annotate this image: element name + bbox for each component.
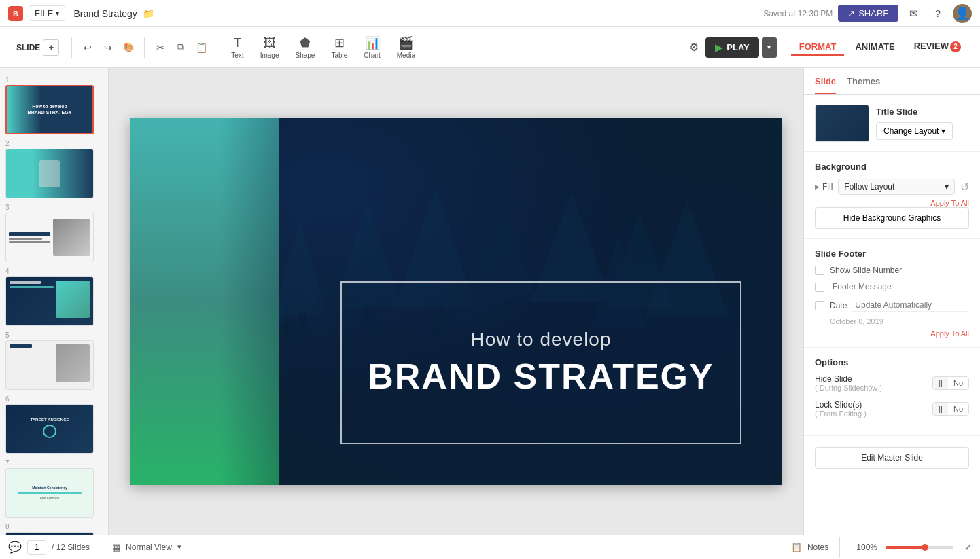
zoom-expand-icon[interactable]: ⤢: [964, 542, 972, 552]
current-page-input[interactable]: [27, 540, 46, 555]
slide-item-1[interactable]: 1 How to developBRAND STRATEGY: [0, 73, 108, 137]
fill-dropdown-arrow: ▾: [945, 182, 949, 192]
slide-panel: 1 How to developBRAND STRATEGY 2 3: [0, 68, 109, 535]
slide-item-7[interactable]: 7 Maintain Consistency Add Emotion: [0, 456, 108, 520]
format-paint-button[interactable]: 🎨: [120, 39, 137, 56]
help-button[interactable]: ?: [928, 4, 947, 23]
media-tool-button[interactable]: 🎬 Media: [390, 33, 422, 62]
zoom-slider-thumb[interactable]: [922, 544, 928, 551]
fill-dropdown[interactable]: Follow Layout ▾: [838, 179, 955, 195]
slide-item-3[interactable]: 3: [0, 201, 108, 265]
slide-canvas[interactable]: How to develop BRAND STRATEGY: [130, 118, 782, 485]
chart-label: Chart: [364, 52, 380, 59]
slide-item-2[interactable]: 2: [0, 137, 108, 201]
image-label: Image: [260, 52, 279, 59]
tab-animate[interactable]: ANIMATE: [847, 39, 903, 56]
footer-message-input[interactable]: [830, 281, 969, 293]
slide-button[interactable]: SLIDE +: [11, 37, 65, 58]
thumb-phone-icon: [39, 160, 60, 187]
date-update-input[interactable]: [852, 299, 969, 312]
canvas-area: How to develop BRAND STRATEGY: [109, 68, 803, 535]
layout-info: Title Slide Change Layout ▾: [876, 107, 953, 140]
play-button[interactable]: ▶ PLAY: [705, 37, 758, 58]
thumb-img-4: [56, 281, 90, 318]
slide-item-6[interactable]: 6 TARGET AUDIENCE: [0, 393, 108, 456]
hide-slide-pause-button[interactable]: ||: [933, 377, 948, 389]
thumb-circle-6: [43, 425, 56, 438]
slide-thumb-5: [5, 340, 94, 390]
copy-button[interactable]: ⧉: [172, 39, 190, 56]
slide-subtitle: How to develop: [470, 329, 611, 350]
tab-review[interactable]: REVIEW2: [906, 38, 969, 56]
show-slide-number-checkbox[interactable]: [815, 266, 824, 275]
share-label: SHARE: [858, 8, 889, 18]
hide-slide-sublabel: ( During Slideshow ): [815, 384, 882, 392]
redo-button[interactable]: ↪: [99, 39, 117, 56]
paste-button[interactable]: 📋: [192, 39, 210, 56]
slide-thumb-text-1: How to developBRAND STRATEGY: [28, 104, 72, 115]
slide-label: SLIDE: [16, 43, 40, 52]
change-layout-button[interactable]: Change Layout ▾: [876, 122, 953, 140]
chat-button[interactable]: 💬: [8, 541, 22, 554]
chart-tool-button[interactable]: 📊 Chart: [357, 33, 387, 62]
share-button[interactable]: ↗ SHARE: [838, 5, 898, 22]
hide-slide-no-button[interactable]: No: [948, 377, 968, 389]
thumb-line-2: [9, 238, 42, 240]
slide-title-box[interactable]: How to develop BRAND STRATEGY: [340, 281, 741, 444]
user-avatar[interactable]: 👤: [953, 4, 972, 23]
image-tool-button[interactable]: 🖼 Image: [253, 33, 286, 62]
slide-number-6: 6: [5, 395, 103, 403]
settings-icon[interactable]: ⚙: [689, 41, 699, 54]
file-menu[interactable]: FILE ▾: [29, 5, 65, 21]
date-checkbox[interactable]: [815, 301, 824, 310]
fill-reset-button[interactable]: ↺: [960, 181, 969, 194]
apply-to-all-link[interactable]: Apply To All: [815, 199, 969, 207]
slide-item-4[interactable]: 4: [0, 265, 108, 329]
footer-message-checkbox[interactable]: [815, 283, 824, 292]
thumb-line: [9, 232, 50, 236]
tab-themes[interactable]: Themes: [847, 76, 880, 94]
zoom-slider-container: [886, 546, 953, 549]
play-arrow-icon: ▶: [715, 42, 722, 53]
edit-master-slide-button[interactable]: Edit Master Slide: [815, 447, 969, 469]
options-section: Options Hide Slide ( During Slideshow ) …: [804, 348, 980, 436]
hide-background-graphics-button[interactable]: Hide Background Graphics: [815, 207, 969, 229]
slide-thumb-4: [5, 276, 94, 326]
table-label: Table: [331, 52, 347, 59]
background-section: Background ▶ Fill Follow Layout ▾ ↺ Appl…: [804, 152, 980, 239]
lock-slide-pause-button[interactable]: ||: [933, 403, 948, 415]
slide-number-4: 4: [5, 268, 103, 275]
slide-item-8[interactable]: 8 BE TRUE TO YOUR BRAND: [0, 520, 108, 535]
view-dropdown-arrow[interactable]: ▾: [177, 543, 181, 552]
slide-thumb-1: How to developBRAND STRATEGY: [5, 85, 94, 134]
tab-format[interactable]: FORMAT: [791, 39, 845, 56]
thumb-line-3: [9, 241, 50, 243]
lock-slide-no-button[interactable]: No: [948, 403, 968, 415]
hide-slide-labels: Hide Slide ( During Slideshow ): [815, 374, 882, 392]
notifications-button[interactable]: ✉: [904, 4, 923, 23]
background-title: Background: [815, 162, 969, 172]
panel-resize-handle[interactable]: [217, 68, 221, 535]
folder-icon: 📁: [143, 8, 154, 19]
slide-item-5[interactable]: 5: [0, 329, 108, 393]
hide-slide-row: Hide Slide ( During Slideshow ) || No: [815, 374, 969, 392]
add-slide-button[interactable]: +: [43, 39, 59, 56]
shape-icon: ⬟: [300, 35, 311, 50]
undo-button[interactable]: ↩: [79, 39, 97, 56]
shape-tool-button[interactable]: ⬟ Shape: [288, 33, 321, 62]
image-icon: 🖼: [264, 36, 276, 50]
zoom-slider[interactable]: [886, 546, 953, 549]
main-area: 1 How to developBRAND STRATEGY 2 3: [0, 68, 980, 535]
bottom-divider-2: [839, 537, 840, 558]
text-tool-button[interactable]: T Text: [224, 33, 250, 62]
cut-button[interactable]: ✂: [152, 39, 169, 56]
slide-number-8: 8: [5, 523, 103, 530]
apply-to-all-footer-link[interactable]: Apply To All: [815, 329, 969, 338]
normal-view-label[interactable]: Normal View: [126, 543, 172, 552]
lock-slide-sublabel: ( From Editing ): [815, 410, 867, 418]
play-dropdown-button[interactable]: ▾: [762, 37, 777, 58]
table-tool-button[interactable]: ⊞ Table: [324, 33, 354, 62]
tab-slide[interactable]: Slide: [815, 76, 836, 94]
layout-preview: [815, 105, 869, 142]
notes-label[interactable]: Notes: [807, 543, 828, 552]
